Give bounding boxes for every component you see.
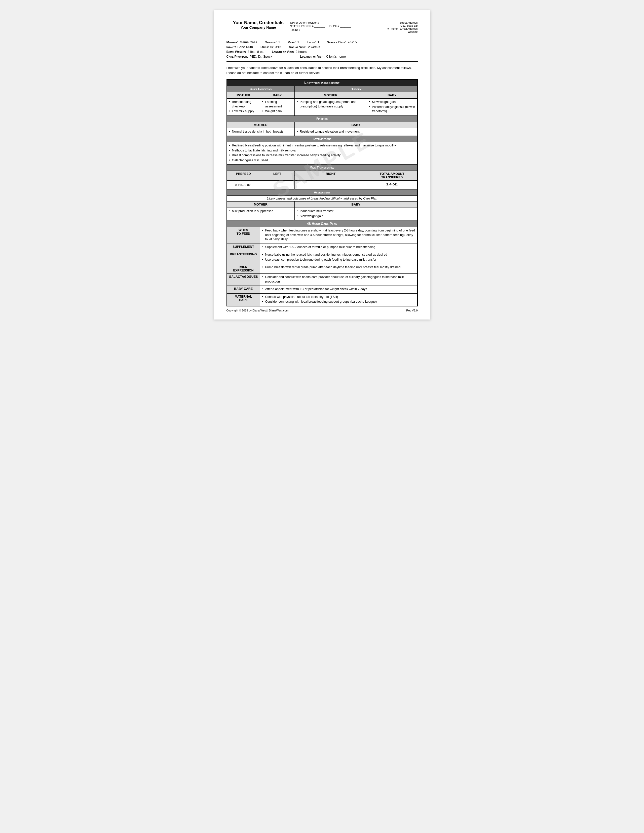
- history-baby-item-2: Posterior ankyloglossia (tx with frenoto…: [369, 105, 415, 114]
- milk-transferred-header-row: Milk Transferred: [227, 164, 417, 171]
- assessment-baby-list: Inadequate milk transfer Slow weight gai…: [297, 209, 415, 219]
- total-value: 1.4 oz.: [367, 181, 417, 190]
- prefeed-value: 8 lbs., 9 oz.: [227, 181, 260, 190]
- dob-label: DOB:: [261, 45, 269, 49]
- lactation-assessment-table: Lactation Assessment Chief Concerns Hist…: [227, 79, 418, 306]
- service-date-field: Service Date: 7/5/15: [327, 40, 357, 44]
- findings-data-row: Normal tissue density in both breasts Re…: [227, 128, 417, 136]
- mother-label: Mother:: [227, 40, 238, 44]
- assessment-mother-list: Milk production is suppressed: [229, 209, 292, 214]
- history-mother-cell: Pumping and galactagogues (herbal and pr…: [295, 99, 367, 116]
- interventions-header-row: Interventions: [227, 136, 417, 142]
- table-title: Lactation Assessment: [227, 79, 417, 86]
- address-city: City, State Zip: [354, 24, 417, 27]
- assessment-mother-header: Mother: [227, 201, 295, 208]
- breastfeeding-cell: Nurse baby using the relaxed latch and p…: [260, 251, 417, 264]
- license-line: STATE LICENSE # _______ | IBLCE # ______…: [290, 25, 354, 28]
- mother-field: Mother: Mama Cass: [227, 40, 257, 44]
- galactagogues-cell: Consider and consult with health care pr…: [260, 274, 417, 286]
- dob-field: DOB: 6/10/15: [261, 45, 281, 49]
- patient-row-2: Infant: Babe Ruth DOB: 6/10/15 Age at Vi…: [227, 45, 418, 49]
- maternal-care-list: Consult with physician about lab tests: …: [262, 295, 415, 304]
- findings-baby-cell: Restricted tongue elevation and movement: [295, 128, 417, 136]
- total-header: Total Amount Transfered: [367, 171, 417, 181]
- history-header: History: [295, 86, 417, 92]
- when-item-1: Feed baby when feeding cues are shown (a…: [262, 228, 415, 242]
- findings-col-header-row: Mother Baby: [227, 122, 417, 128]
- assessment-baby-item-1: Inadequate milk transfer: [297, 209, 415, 214]
- header-middle: NPI or Other Provider # _______ STATE LI…: [290, 20, 354, 32]
- para-field: Para: 1: [288, 40, 299, 44]
- care-row-baby-care: Baby Care Attend appointment with LC or …: [227, 286, 417, 294]
- concerns-baby-item-1: Latching assessment: [262, 100, 292, 109]
- history-mother-header: Mother: [295, 92, 367, 99]
- lacta-label: Lacta:: [307, 40, 316, 44]
- tax-label: Tax ID #: [290, 28, 300, 31]
- interventions-header: Interventions: [227, 136, 417, 142]
- phone-line: ● Phone | Email Address: [354, 27, 417, 30]
- birth-weight-value: 8 lbs., 8 oz.: [248, 50, 264, 53]
- infant-field: Infant: Babe Ruth: [227, 45, 253, 49]
- breastfeeding-list: Nurse baby using the relaxed latch and p…: [262, 252, 415, 262]
- assessment-baby-header: Baby: [295, 201, 417, 208]
- patient-row-3: Birth Weight: 8 lbs., 8 oz. Length of Vi…: [227, 50, 418, 53]
- history-baby-header: Baby: [367, 92, 417, 99]
- concerns-baby-cell: Latching assessment Weight gain: [260, 99, 295, 116]
- intervention-item-2: Methods to facilitate latching and milk …: [229, 148, 415, 153]
- right-header: Right: [295, 171, 367, 181]
- care-row-galactagogues: Galactagogues Consider and consult with …: [227, 274, 417, 286]
- tax-value: _______: [301, 28, 312, 31]
- address-street: Street Address: [354, 21, 417, 24]
- length-label: Length of Visit:: [272, 50, 294, 53]
- infant-label: Infant:: [227, 45, 236, 49]
- concerns-mother-item-2: Low milk supply: [229, 109, 258, 114]
- para-label: Para:: [288, 40, 296, 44]
- baby-care-label: Baby Care: [227, 286, 260, 294]
- age-value: 2 weeks: [308, 45, 320, 49]
- patient-row-4: Care Provider: PED: Dr. Spock Location o…: [227, 55, 418, 58]
- concerns-mother-cell: Breastfeeding check-up Low milk supply: [227, 99, 260, 116]
- milk-col-header-row: Prefeed Left Right Total Amount Transfer…: [227, 171, 417, 181]
- baby-care-list: Attend appointment with LC or pediatrici…: [262, 287, 415, 291]
- header-right: Street Address City, State Zip ● Phone |…: [354, 20, 417, 33]
- header: Your Name, Credentials Your Company Name…: [227, 20, 418, 33]
- galactagogues-item-1: Consider and consult with health care pr…: [262, 275, 415, 284]
- npi-line: NPI or Other Provider # _______: [290, 21, 354, 24]
- mother-value: Mama Cass: [240, 40, 257, 44]
- title-row: Lactation Assessment: [227, 79, 417, 86]
- birth-weight-label: Birth Weight:: [227, 50, 246, 53]
- patient-row-1: Mother: Mama Cass Gravida: 1 Para: 1 Lac…: [227, 40, 418, 44]
- age-label: Age at Visit:: [289, 45, 306, 49]
- milk-expression-list: Pump breasts with rental grade pump afte…: [262, 265, 415, 270]
- concerns-baby-header: Baby: [260, 92, 295, 99]
- milk-expression-cell: Pump breasts with rental grade pump afte…: [260, 264, 417, 274]
- col-header-row: Mother Baby Mother Baby: [227, 92, 417, 99]
- patient-info: Mother: Mama Cass Gravida: 1 Para: 1 Lac…: [227, 38, 418, 62]
- service-date-label: Service Date:: [327, 40, 346, 44]
- length-value: 2 hours: [296, 50, 306, 53]
- company-name: Your Company Name: [227, 26, 290, 29]
- concerns-baby-list: Latching assessment Weight gain: [262, 100, 292, 114]
- concerns-history-data-row: Breastfeeding check-up Low milk supply L…: [227, 99, 417, 116]
- gravida-label: Gravida:: [265, 40, 277, 44]
- age-field: Age at Visit: 2 weeks: [289, 45, 320, 49]
- interventions-data-row: Reclined breastfeeding position with inf…: [227, 142, 417, 164]
- npi-label: NPI or Other Provider #: [290, 21, 319, 24]
- left-value: [260, 181, 295, 190]
- milk-transferred-header: Milk Transferred: [227, 164, 417, 171]
- iblce-value: _______: [340, 25, 351, 28]
- copyright: Copyright © 2018 by Diana West | DianaWe…: [227, 309, 289, 312]
- location-field: Location of Visit: Client's home: [300, 55, 346, 58]
- findings-header: Findings: [227, 116, 417, 122]
- findings-baby-list: Restricted tongue elevation and movement: [297, 130, 415, 134]
- concerns-mother-list: Breastfeeding check-up Low milk supply: [229, 100, 258, 114]
- milk-expression-item-1: Pump breasts with rental grade pump afte…: [262, 265, 415, 270]
- phone-icon: ●: [387, 27, 389, 30]
- intervention-item-3: Breast compressions to increase milk tra…: [229, 153, 415, 158]
- birth-weight-field: Birth Weight: 8 lbs., 8 oz.: [227, 50, 264, 53]
- findings-baby-header: Baby: [295, 122, 417, 128]
- findings-mother-header: Mother: [227, 122, 295, 128]
- findings-mother-list: Normal tissue density in both breasts: [229, 130, 292, 134]
- lacta-field: Lacta: 1: [307, 40, 319, 44]
- assessment-col-header-row: Mother Baby: [227, 201, 417, 208]
